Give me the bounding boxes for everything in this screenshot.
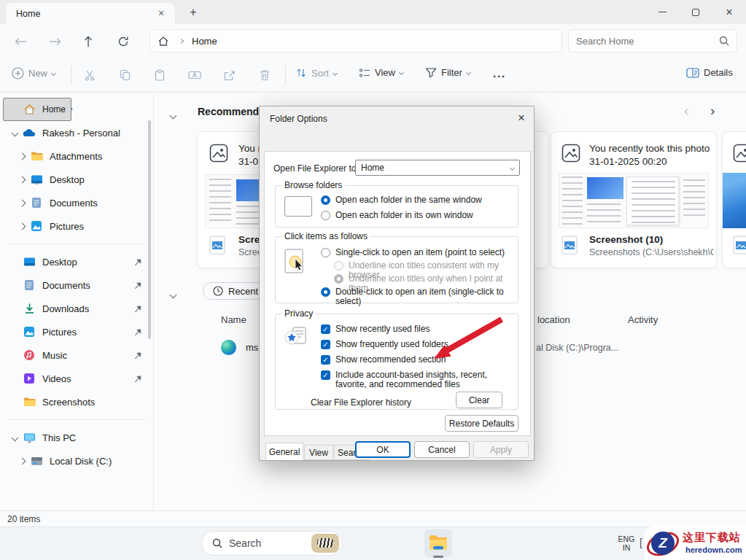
details-button[interactable]: Details	[686, 67, 733, 78]
recommended-card[interactable]: You recently took this photo 31-01-2025 …	[551, 131, 717, 268]
open-to-value: Home	[361, 163, 384, 173]
cut-button[interactable]	[80, 66, 99, 85]
search-icon	[719, 36, 729, 46]
minimize-button[interactable]	[645, 0, 679, 24]
tab-general[interactable]: General	[265, 443, 303, 460]
recommended-card[interactable]	[722, 131, 746, 268]
column-header-activity[interactable]: Activity	[628, 314, 658, 325]
recent-collapse-chevron[interactable]	[171, 287, 176, 300]
file-explorer-button[interactable]	[424, 529, 452, 557]
recommended-collapse-chevron[interactable]	[171, 108, 176, 121]
close-button[interactable]: ×	[712, 0, 746, 24]
restore-defaults-button[interactable]: Restore Defaults	[445, 415, 518, 432]
language-line2: IN	[615, 543, 638, 552]
chevron-right-icon[interactable]	[16, 154, 28, 159]
cards-next-button[interactable]: ›	[710, 103, 715, 119]
column-header-name[interactable]: Name	[221, 314, 246, 325]
watermark-logo: Z	[651, 532, 675, 555]
sidebar-item-label: Attachments	[50, 151, 102, 162]
sidebar-item-pictures[interactable]: Pictures	[3, 214, 150, 238]
breadcrumb[interactable]: Home	[149, 29, 562, 52]
chevron-right-icon[interactable]	[16, 177, 28, 182]
sidebar-item-desktop[interactable]: Desktop	[3, 168, 150, 191]
tab-view[interactable]: View	[304, 445, 333, 460]
open-to-select[interactable]: Home	[355, 160, 520, 176]
clear-button[interactable]: Clear	[456, 392, 502, 408]
pin-icon	[133, 327, 143, 337]
sidebar-item-this-pc[interactable]: This PC	[3, 426, 150, 449]
sidebar-item-label: Local Disk (C:)	[50, 456, 112, 467]
maximize-button[interactable]	[679, 0, 712, 24]
explorer-tab[interactable]: Home ×	[6, 3, 175, 24]
share-button[interactable]	[220, 66, 239, 85]
search-input[interactable]	[576, 36, 719, 47]
clear-history-label: Clear File Explorer history	[311, 397, 411, 408]
sidebar-item-downloads-pinned[interactable]: Downloads	[3, 297, 150, 320]
sidebar-item-attachments[interactable]: Attachments	[3, 144, 150, 168]
downloads-icon	[22, 303, 36, 314]
taskbar-search[interactable]: Search	[201, 531, 343, 556]
chevron-down-icon	[333, 70, 338, 75]
document-icon	[29, 197, 44, 209]
paste-button[interactable]	[150, 66, 169, 85]
refresh-button[interactable]	[114, 32, 133, 51]
radio-own-window[interactable]: Open each folder in its own window	[321, 211, 473, 220]
click-pointer-icon	[284, 249, 308, 279]
active-app-indicator	[433, 556, 443, 558]
tab-close-icon[interactable]: ×	[155, 7, 168, 20]
filter-icon	[425, 67, 437, 78]
chevron-right-icon[interactable]	[16, 224, 28, 229]
new-tab-button[interactable]: +	[185, 5, 201, 21]
sidebar-item-local-disk[interactable]: Local Disk (C:)	[3, 449, 150, 472]
radio-same-window[interactable]: Open each folder in the same window	[321, 195, 482, 205]
sort-button[interactable]: Sort	[295, 67, 337, 79]
sidebar-item-videos-pinned[interactable]: Videos	[3, 367, 150, 390]
sidebar-item-label: Desktop	[50, 174, 85, 185]
search-box[interactable]	[568, 29, 737, 52]
dialog-close-button[interactable]: ×	[513, 110, 529, 126]
checkbox-account-insights[interactable]: ✓Include account-based insights, recent,…	[321, 370, 512, 389]
radio-single-click[interactable]: Single-click to open an item (point to s…	[321, 248, 505, 257]
language-indicator[interactable]: ENG IN	[615, 534, 638, 552]
language-line1: ENG	[615, 534, 638, 543]
cancel-button[interactable]: Cancel	[414, 441, 470, 458]
forward-button[interactable]	[45, 32, 64, 51]
restore-icon	[692, 9, 699, 16]
chevron-down-icon[interactable]	[9, 131, 20, 136]
chevron-down-icon[interactable]	[9, 435, 20, 440]
folder-icon	[22, 397, 36, 407]
sidebar-item-label: This PC	[42, 432, 76, 443]
up-button[interactable]	[79, 32, 98, 51]
breadcrumb-location[interactable]: Home	[192, 36, 217, 47]
card-thumbnail	[559, 173, 709, 228]
ok-button[interactable]: OK	[355, 441, 411, 458]
sidebar-item-onedrive[interactable]: Rakesh - Personal	[3, 121, 150, 144]
cards-prev-button[interactable]: ‹	[684, 103, 688, 119]
sidebar-item-home[interactable]: Home	[3, 98, 71, 121]
rename-button[interactable]	[185, 66, 204, 85]
new-button[interactable]: New	[12, 67, 55, 79]
more-options-button[interactable]: ···	[493, 70, 506, 82]
delete-button[interactable]	[255, 66, 274, 85]
sidebar-item-documents-pinned[interactable]: Documents	[3, 273, 150, 297]
column-header-location[interactable]: location	[537, 314, 570, 325]
new-label: New	[28, 68, 47, 79]
sidebar-item-pictures-pinned[interactable]: Pictures	[3, 320, 150, 343]
view-button[interactable]: View	[359, 67, 403, 78]
sort-label: Sort	[311, 68, 329, 79]
sidebar-item-label: Music	[42, 350, 67, 361]
apply-button[interactable]: Apply	[473, 441, 529, 458]
chevron-right-icon[interactable]	[16, 201, 28, 206]
filter-button[interactable]: Filter	[425, 67, 470, 78]
photo-icon	[733, 144, 746, 163]
sidebar-scrollbar[interactable]	[148, 120, 151, 339]
sidebar-item-screenshots[interactable]: Screenshots	[3, 390, 150, 413]
sidebar-item-music-pinned[interactable]: Music	[3, 343, 150, 367]
sidebar-item-label: Documents	[42, 280, 90, 291]
sidebar-item-documents[interactable]: Documents	[3, 191, 150, 214]
sidebar-item-desktop-pinned[interactable]: Desktop	[3, 250, 150, 273]
chevron-right-icon[interactable]	[16, 459, 28, 464]
copy-button[interactable]	[115, 66, 134, 85]
back-button[interactable]	[11, 32, 30, 51]
radio-double-click[interactable]: Double-click to open an item (single-cli…	[321, 287, 518, 306]
